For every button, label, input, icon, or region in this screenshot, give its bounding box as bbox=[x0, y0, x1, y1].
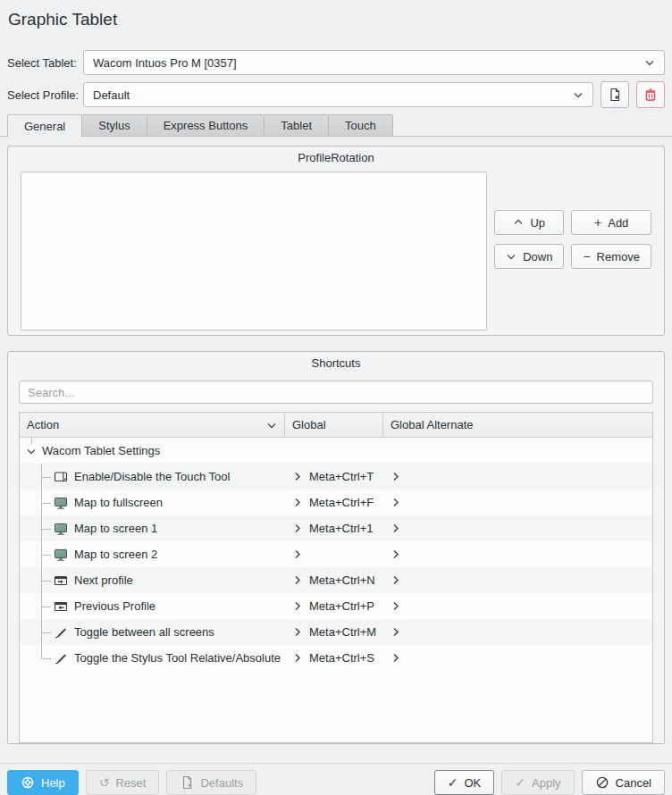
shortcuts-table: Action Global Global Alternate bbox=[19, 412, 653, 743]
dialog-button-box: Help ↺ Reset Defaults ✓ OK ✓ Apply Cance… bbox=[0, 763, 672, 795]
tab-bar: General Stylus Express Buttons Tablet To… bbox=[0, 114, 672, 137]
reset-button[interactable]: ↺ Reset bbox=[86, 770, 160, 795]
group-label: Wacom Tablet Settings bbox=[42, 444, 160, 457]
tab-express-buttons[interactable]: Express Buttons bbox=[147, 114, 265, 136]
tree-line bbox=[31, 438, 32, 444]
shortcut-row-next-profile[interactable]: Next profile Meta+Ctrl+N bbox=[20, 567, 652, 593]
new-profile-button[interactable] bbox=[601, 81, 629, 108]
chevron-up-icon bbox=[513, 217, 524, 228]
global-shortcut: Meta+Ctrl+N bbox=[309, 573, 375, 587]
profile-rotation-list[interactable] bbox=[21, 172, 487, 331]
shortcut-expander-icon[interactable] bbox=[391, 548, 401, 560]
page-title: Graphic Tablet bbox=[8, 8, 672, 30]
apply-label: Apply bbox=[532, 776, 561, 790]
shortcut-row-touch-tool[interactable]: Enable/Disable the Touch Tool Meta+Ctrl+… bbox=[20, 464, 652, 490]
shortcut-row-screen1[interactable]: Map to screen 1 Meta+Ctrl+1 bbox=[20, 515, 652, 541]
global-shortcut: Meta+Ctrl+S bbox=[309, 651, 374, 665]
monitor-icon bbox=[54, 496, 68, 510]
tab-touch[interactable]: Touch bbox=[328, 114, 393, 136]
apply-button[interactable]: ✓ Apply bbox=[501, 770, 574, 795]
shortcut-expander-icon[interactable] bbox=[292, 652, 303, 664]
remove-label: Remove bbox=[597, 250, 640, 264]
table-header: Action Global Global Alternate bbox=[20, 413, 652, 438]
check-icon: ✓ bbox=[515, 776, 525, 789]
search-input[interactable] bbox=[20, 386, 652, 399]
chevron-down-icon bbox=[644, 57, 655, 68]
action-label: Enable/Disable the Touch Tool bbox=[74, 470, 230, 483]
shortcut-expander-icon[interactable] bbox=[391, 471, 401, 482]
action-label: Map to screen 2 bbox=[74, 548, 157, 561]
shortcut-expander-icon[interactable] bbox=[391, 497, 401, 508]
tab-tablet[interactable]: Tablet bbox=[264, 114, 329, 136]
shortcut-expander-icon[interactable] bbox=[292, 523, 303, 534]
shortcut-expander-icon[interactable] bbox=[292, 574, 303, 586]
column-header-global[interactable]: Global bbox=[285, 413, 383, 437]
tree-expander-icon[interactable] bbox=[26, 446, 37, 456]
delete-profile-icon bbox=[643, 88, 658, 102]
shortcut-expander-icon[interactable] bbox=[391, 523, 401, 534]
shortcut-expander-icon[interactable] bbox=[292, 497, 303, 508]
minus-icon: − bbox=[583, 250, 590, 263]
shortcut-expander-icon[interactable] bbox=[391, 574, 401, 586]
defaults-button[interactable]: Defaults bbox=[166, 770, 256, 795]
tablet-combobox[interactable]: Wacom Intuos Pro M [0357] bbox=[83, 50, 665, 75]
shortcut-group-row[interactable]: Wacom Tablet Settings bbox=[20, 438, 652, 464]
profile-combobox[interactable]: Default bbox=[83, 82, 593, 107]
plus-icon: + bbox=[594, 216, 601, 229]
document-revert-icon bbox=[180, 775, 194, 790]
shortcut-row-fullscreen[interactable]: Map to fullscreen Meta+Ctrl+F bbox=[20, 490, 652, 515]
ok-button[interactable]: ✓ OK bbox=[434, 770, 495, 795]
previous-profile-icon bbox=[54, 599, 68, 614]
new-profile-icon bbox=[608, 88, 622, 102]
add-button[interactable]: + Add bbox=[571, 210, 651, 235]
move-down-button[interactable]: Down bbox=[494, 244, 564, 269]
column-header-global-alternate[interactable]: Global Alternate bbox=[383, 413, 652, 437]
sort-indicator-icon bbox=[266, 420, 277, 431]
shortcut-expander-icon[interactable] bbox=[391, 652, 401, 664]
shortcut-expander-icon[interactable] bbox=[292, 600, 303, 612]
column-header-action[interactable]: Action bbox=[20, 413, 285, 437]
shortcut-row-previous-profile[interactable]: Previous Profile Meta+Ctrl+P bbox=[20, 593, 652, 619]
touch-tool-icon bbox=[54, 470, 68, 484]
cancel-button[interactable]: Cancel bbox=[582, 770, 665, 795]
tab-general[interactable]: General bbox=[7, 114, 82, 137]
tab-stylus[interactable]: Stylus bbox=[81, 114, 147, 136]
undo-icon: ↺ bbox=[99, 776, 110, 789]
profile-combobox-value: Default bbox=[93, 88, 567, 102]
profile-rotation-groupbox: ProfileRotation Up + Add D bbox=[7, 146, 665, 336]
defaults-label: Defaults bbox=[200, 776, 243, 790]
graphic-tablet-settings-window: Graphic Tablet Select Tablet: Wacom Intu… bbox=[0, 0, 672, 795]
help-icon bbox=[21, 775, 35, 790]
global-shortcut: Meta+Ctrl+1 bbox=[309, 522, 374, 535]
select-profile-row: Select Profile: Default bbox=[7, 81, 665, 108]
profile-rotation-buttons: Up + Add Down − Remove bbox=[494, 172, 651, 331]
chevron-down-icon bbox=[506, 251, 517, 262]
remove-button[interactable]: − Remove bbox=[571, 244, 651, 269]
shortcut-row-toggle-screens[interactable]: Toggle between all screens Meta+Ctrl+M bbox=[20, 619, 652, 645]
shortcut-expander-icon[interactable] bbox=[292, 626, 303, 638]
shortcut-row-toggle-stylus-mode[interactable]: Toggle the Stylus Tool Relative/Absolute… bbox=[20, 645, 652, 671]
chevron-down-icon bbox=[573, 89, 584, 100]
shortcut-expander-icon[interactable] bbox=[391, 626, 401, 638]
monitor-icon bbox=[54, 548, 68, 562]
next-profile-icon bbox=[54, 573, 68, 588]
shortcut-row-screen2[interactable]: Map to screen 2 bbox=[20, 541, 652, 567]
action-label: Next profile bbox=[74, 573, 133, 587]
shortcuts-title: Shortcuts bbox=[8, 352, 664, 373]
delete-profile-button[interactable] bbox=[636, 81, 665, 108]
global-shortcut: Meta+Ctrl+F bbox=[309, 496, 374, 509]
shortcut-expander-icon[interactable] bbox=[292, 471, 303, 482]
shortcut-search-box bbox=[19, 381, 653, 404]
shortcut-expander-icon[interactable] bbox=[292, 548, 303, 560]
cancel-icon bbox=[595, 775, 609, 790]
help-button[interactable]: Help bbox=[7, 770, 79, 795]
shortcuts-groupbox: Shortcuts Action Global Global Alternate bbox=[7, 351, 665, 744]
profile-rotation-content: Up + Add Down − Remove bbox=[8, 168, 664, 331]
stylus-icon bbox=[54, 625, 68, 640]
global-shortcut: Meta+Ctrl+P bbox=[309, 599, 374, 613]
help-label: Help bbox=[41, 776, 65, 790]
shortcut-expander-icon[interactable] bbox=[391, 600, 401, 612]
action-label: Map to fullscreen bbox=[74, 496, 163, 509]
select-tablet-row: Select Tablet: Wacom Intuos Pro M [0357] bbox=[7, 50, 665, 75]
move-up-button[interactable]: Up bbox=[494, 210, 564, 235]
